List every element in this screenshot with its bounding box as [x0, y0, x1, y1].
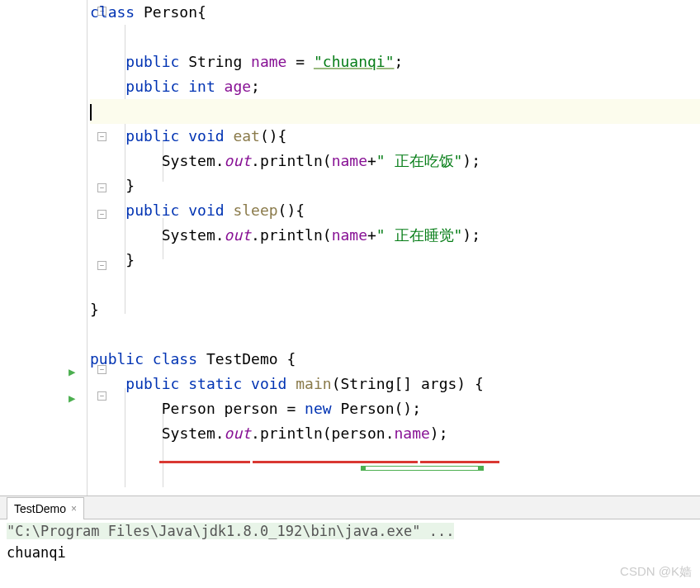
console-command: "C:\Program Files\Java\jdk1.8.0_192\bin\…: [7, 523, 454, 539]
green-box-annotation: [363, 466, 479, 471]
tab-bar: TestDemo ×: [0, 496, 700, 519]
code-line: System.out.println(name+" 正在睡觉");: [90, 223, 700, 248]
code-line: public class TestDemo {: [90, 347, 700, 372]
red-underline-annotation: [159, 461, 250, 463]
code-area[interactable]: class Person{ public String name = "chua…: [87, 0, 700, 496]
red-underline-annotation: [253, 461, 418, 463]
code-line: }: [90, 248, 700, 273]
watermark: CSDN @K嫱: [620, 564, 692, 580]
code-line: System.out.println(person.name);: [90, 421, 700, 446]
code-line: public static void main(String[] args) {: [90, 372, 700, 396]
run-icon[interactable]: ▶: [69, 365, 75, 378]
code-line: Person person = new Person();: [90, 396, 700, 421]
code-line: public void eat(){: [90, 124, 700, 149]
console-output[interactable]: "C:\Program Files\Java\jdk1.8.0_192\bin\…: [0, 519, 700, 564]
run-icon[interactable]: ▶: [69, 391, 75, 405]
code-line: [90, 25, 700, 50]
code-line-active: [90, 99, 700, 124]
code-editor[interactable]: ▶ ▶ − − − − − − − class Person{ public S…: [0, 0, 700, 496]
tab-testdemo[interactable]: TestDemo ×: [7, 497, 84, 519]
tab-label: TestDemo: [14, 502, 66, 515]
green-handle-icon: [479, 466, 484, 471]
gutter: ▶ ▶ − − − − − − −: [0, 0, 87, 496]
run-panel: TestDemo × "C:\Program Files\Java\jdk1.8…: [0, 496, 700, 564]
code-line: [90, 322, 700, 347]
red-underline-annotation: [420, 461, 499, 463]
code-line: }: [90, 173, 700, 198]
console-line: chuanqi: [7, 544, 693, 561]
code-line: class Person{: [90, 0, 700, 25]
green-handle-icon: [361, 466, 366, 471]
code-line: public int age;: [90, 74, 700, 99]
code-line: public void sleep(){: [90, 198, 700, 223]
close-icon[interactable]: ×: [71, 503, 77, 514]
code-line: }: [90, 297, 700, 322]
code-line: public String name = "chuanqi";: [90, 50, 700, 74]
code-line: [90, 273, 700, 297]
code-line: System.out.println(name+" 正在吃饭");: [90, 149, 700, 173]
caret-icon: [90, 104, 92, 121]
